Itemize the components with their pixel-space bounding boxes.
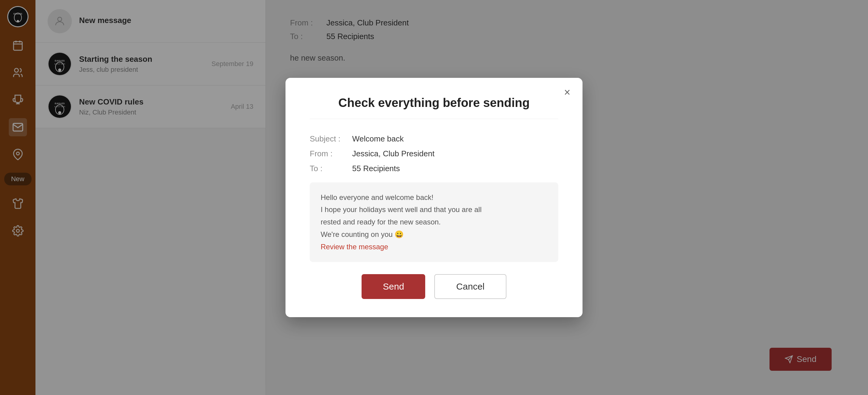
subject-field: Subject : Welcome back (310, 134, 558, 143)
modal-overlay: Check everything before sending × Subjec… (0, 0, 868, 395)
modal-from-label: From : (310, 149, 352, 158)
modal-cancel-button[interactable]: Cancel (434, 274, 506, 299)
close-button[interactable]: × (564, 87, 570, 98)
subject-value: Welcome back (352, 134, 404, 143)
message-line3: rested and ready for the new season. (321, 216, 547, 228)
modal-from-field: From : Jessica, Club President (310, 149, 558, 158)
subject-label: Subject : (310, 134, 352, 143)
message-line2: I hope your holidays went well and that … (321, 203, 547, 216)
modal-to-field: To : 55 Recipients (310, 164, 558, 173)
modal-send-button[interactable]: Send (362, 274, 425, 299)
modal-message-body: Hello everyone and welcome back! I hope … (310, 183, 558, 262)
modal-to-value: 55 Recipients (352, 164, 400, 173)
modal-from-value: Jessica, Club President (352, 149, 435, 158)
modal-title: Check everything before sending (310, 96, 558, 119)
message-line4: We're counting on you 😀 (321, 228, 547, 241)
modal-actions: Send Cancel (310, 274, 558, 299)
modal-to-label: To : (310, 164, 352, 173)
review-message-link[interactable]: Review the message (321, 243, 388, 251)
confirmation-modal: Check everything before sending × Subjec… (285, 78, 583, 318)
message-line1: Hello everyone and welcome back! (321, 192, 547, 204)
